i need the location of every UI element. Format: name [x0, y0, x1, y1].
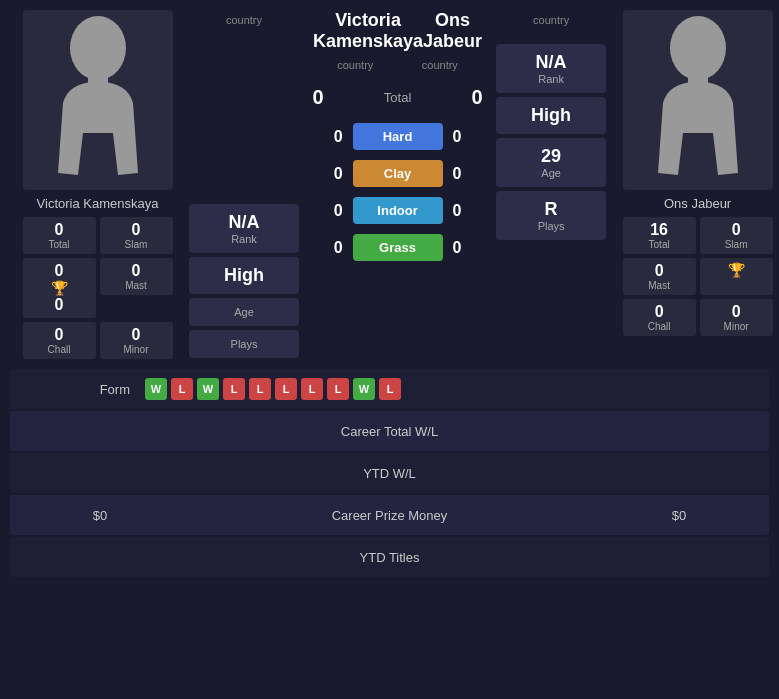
right-player-stats-grid: 16Total0Slam0Mast🏆0Chall0Minor: [623, 217, 773, 336]
form-row: Form WLWLLLLLWL: [10, 369, 769, 409]
indoor-row: 0 Indoor 0: [303, 193, 492, 228]
right-rank-box: N/A Rank: [496, 44, 606, 93]
right-trophy-icon: 🏆: [728, 262, 745, 278]
total-right: 0: [462, 86, 492, 109]
clay-badge: Clay: [353, 160, 443, 187]
bottom-section: Form WLWLLLLLWL Career Total W/L YTD W/L…: [0, 369, 779, 587]
flags-row: country country: [303, 59, 492, 76]
ytd-wl-row: YTD W/L: [10, 453, 769, 493]
left-player-card: Victoria Kamenskaya 0 Total 0 Slam 0 🏆 0: [10, 10, 185, 359]
right-player-silhouette: [638, 13, 758, 188]
left-high-value: High: [199, 265, 289, 286]
left-total-cell: 0 Total: [23, 217, 96, 254]
left-total-label: Total: [48, 239, 69, 250]
total-row: 0 Total 0: [303, 78, 492, 117]
right-rank-value: N/A: [506, 52, 596, 73]
left-slam-label: Slam: [125, 239, 148, 250]
grass-row: 0 Grass 0: [303, 230, 492, 265]
right-middle-stats: country N/A Rank High 29 Age R Plays: [496, 10, 606, 359]
right-high-value: High: [506, 105, 596, 126]
ytd-titles-label: YTD Titles: [25, 550, 754, 565]
main-container: Victoria Kamenskaya 0 Total 0 Slam 0 🏆 0: [0, 0, 779, 587]
form-badge-1: L: [171, 378, 193, 400]
right-stat-cell: 0Chall: [623, 299, 696, 336]
right-country-flag-area: country: [496, 10, 606, 30]
left-minor-cell: 0 Minor: [100, 322, 173, 359]
right-player-name: Ons Jabeur: [664, 196, 731, 211]
form-label: Form: [25, 382, 145, 397]
right-stat-cell: 0Minor: [700, 299, 773, 336]
left-minor-value: 0: [132, 326, 141, 344]
left-rank-value: N/A: [199, 212, 289, 233]
center-section: VictoriaKamenskaya Ons Jabeur country co…: [303, 10, 492, 359]
form-badge-2: W: [197, 378, 219, 400]
left-plays-label: Plays: [199, 338, 289, 350]
right-flag: country: [398, 59, 483, 71]
left-player-stats-grid: 0 Total 0 Slam 0 🏆 0 0 Mast: [23, 217, 173, 359]
left-mast-main-wrapper: 0 Mast: [100, 258, 173, 318]
right-plays-value: R: [506, 199, 596, 220]
grass-badge: Grass: [353, 234, 443, 261]
right-rank-label: Rank: [506, 73, 596, 85]
left-age-label: Age: [199, 306, 289, 318]
left-rank-label: Rank: [199, 233, 289, 245]
form-badge-6: L: [301, 378, 323, 400]
form-badge-8: W: [353, 378, 375, 400]
form-badge-9: L: [379, 378, 401, 400]
indoor-badge: Indoor: [353, 197, 443, 224]
right-high-box: High: [496, 97, 606, 134]
right-stat-cell: 0Slam: [700, 217, 773, 254]
career-prize-left: $0: [25, 508, 175, 523]
left-trophy-icon: 🏆: [51, 280, 68, 296]
right-country-text: country: [533, 14, 569, 26]
right-player-avatar: [623, 10, 773, 190]
form-badge-4: L: [249, 378, 271, 400]
right-age-label: Age: [506, 167, 596, 179]
form-badge-0: W: [145, 378, 167, 400]
grass-right: 0: [453, 239, 483, 257]
left-mast-value: 0: [55, 262, 64, 280]
left-chall-label: Chall: [48, 344, 71, 355]
left-age-box: Age: [189, 298, 299, 326]
clay-row: 0 Clay 0: [303, 156, 492, 191]
clay-right: 0: [453, 165, 483, 183]
career-prize-right: $0: [604, 508, 754, 523]
indoor-left: 0: [313, 202, 343, 220]
left-player-name: Victoria Kamenskaya: [37, 196, 159, 211]
svg-point-0: [70, 16, 126, 80]
right-header-name: Ons Jabeur: [423, 10, 482, 52]
total-left: 0: [303, 86, 333, 109]
left-chall-cell: 0 Chall: [23, 322, 96, 359]
ytd-titles-row: YTD Titles: [10, 537, 769, 577]
career-prize-row: $0 Career Prize Money $0: [10, 495, 769, 535]
grass-left: 0: [313, 239, 343, 257]
form-badges: WLWLLLLLWL: [145, 378, 401, 400]
right-mast-cell: 0Mast: [623, 258, 696, 295]
right-age-box: 29 Age: [496, 138, 606, 187]
left-mast-cell: 0 🏆 0: [23, 258, 96, 318]
left-plays-box: Plays: [189, 330, 299, 358]
right-player-card: Ons Jabeur 16Total0Slam0Mast🏆0Chall0Mino…: [610, 10, 779, 359]
career-total-label: Career Total W/L: [25, 424, 754, 439]
indoor-right: 0: [453, 202, 483, 220]
left-country-text: country: [226, 14, 262, 26]
comparison-section: Victoria Kamenskaya 0 Total 0 Slam 0 🏆 0: [0, 0, 779, 369]
form-badge-7: L: [327, 378, 349, 400]
svg-rect-3: [688, 76, 708, 91]
total-label: Total: [343, 90, 452, 105]
left-middle-stats: country N/A Rank High Age Plays: [189, 10, 299, 359]
right-plays-box: R Plays: [496, 191, 606, 240]
form-badge-5: L: [275, 378, 297, 400]
left-mast-lbl: Mast: [125, 280, 147, 291]
left-total-value: 0: [55, 221, 64, 239]
left-mast-val: 0: [132, 262, 141, 280]
clay-left: 0: [313, 165, 343, 183]
left-mast-label-cell: 0 Mast: [100, 258, 173, 295]
left-rank-box: N/A Rank: [189, 204, 299, 253]
right-age-value: 29: [506, 146, 596, 167]
left-minor-label: Minor: [123, 344, 148, 355]
right-stat-cell: 16Total: [623, 217, 696, 254]
left-slam-value: 0: [132, 221, 141, 239]
left-header-name: VictoriaKamenskaya: [313, 10, 423, 52]
right-trophy-cell: 🏆: [700, 258, 773, 295]
